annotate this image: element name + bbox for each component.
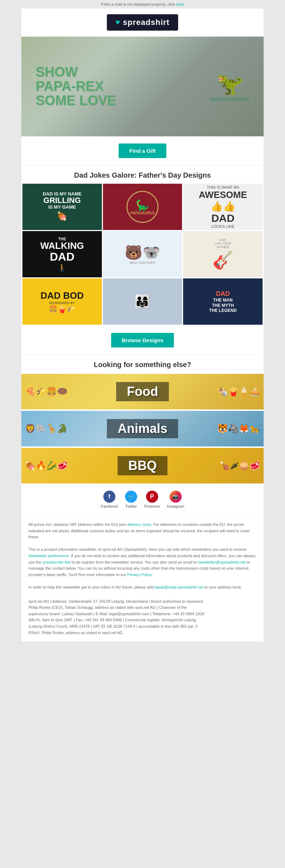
design-5-caption: BEST DAD EVER [130,261,155,265]
pinterest-label: Pinterest [144,504,160,508]
top-bar-text: If this e-mail is not displayed properly… [101,2,176,6]
dino-emoji: 🦖 [211,71,249,96]
design-2-label: PAPASAURUS [130,211,155,215]
header: ♥ spreadshirt [21,9,264,37]
design-1-text2: GRILLING [43,197,81,204]
walking-figure-icon: 🚶 [58,263,67,272]
looking-title: Looking for something else? [28,361,256,369]
design-1-text3: IS MY GAME [48,204,76,210]
designs-section-title: Dad Jokes Galore: Father's Day Designs [21,166,264,184]
design-cell-7[interactable]: DAD BOD SPONSORED BY: 🍔🍟🌮 [22,278,102,325]
thumbs-icon: 👍👍 [211,200,235,212]
top-bar-link[interactable]: here [176,2,184,6]
browse-designs-button[interactable]: Browse Designs [111,333,174,347]
delivery-costs-link[interactable]: delivery costs [128,522,151,527]
logo-text: spreadshirt [123,18,170,27]
instagram-icon-symbol: 📷 [172,494,178,500]
instagram-icon: 📷 [170,491,182,503]
design-7-sponsored: SPONSORED BY: [49,301,75,305]
email-body: ♥ spreadshirt Show Papa-Rex Some Love 🦖 … [21,9,264,642]
design-9-dad: DAD [216,290,230,298]
address-text: sprd.net AG | Address: Gießerstraße 27, … [28,598,256,636]
guitar-icon: 🎸 [212,250,234,270]
bbq-label: BBQ [118,456,167,475]
design-cell-6[interactable]: UKE,I AM YOURFATHER 🎸 [183,231,263,277]
category-food-banner[interactable]: 🍕🌮🍔🍩 Food 🌯🍟🍦🥧 [21,374,264,409]
design-2-inner: 🦕 PAPASAURUS [126,191,159,223]
animals-label: Animals [107,419,178,438]
instagram-label: Instagram [167,504,184,508]
footer-address: sprd.net AG | Address: Gießerstraße 27, … [21,595,264,642]
design-4-dad: DAD [50,250,74,263]
hero-dino-area: 🦖 DADDYSAURUS [211,71,249,102]
design-3-looks: LOOKS LIKE [211,224,234,229]
unsubscribe-link[interactable]: unsubscribe link [42,560,71,564]
design-3-dad: DAD [211,212,234,224]
category-bbq-banner[interactable]: 🍖🔥🌽🥩 BBQ 🍗🌶🧅🥩 [21,448,264,483]
inbox-note-paragraph: In order to help the newsletter get to y… [28,584,256,591]
design-cell-9[interactable]: DAD THE MAN THE MYTH THE LEGEND [183,278,263,325]
inbox-email-link[interactable]: paula@reply.spreadshirt.net [155,585,203,589]
instagram-link[interactable]: 📷 Instagram [167,491,184,508]
logo-container: ♥ spreadshirt [107,14,178,31]
design-3-pre: THIS IS WHAT AN [207,185,239,189]
facebook-link[interactable]: f Facebook [101,491,118,508]
find-gift-button[interactable]: Find a Gift [119,143,166,158]
design-9-legend: THE LEGEND [209,308,237,313]
design-4-walking: WALKING [40,241,84,250]
twitter-icon: 🐦 [125,491,137,503]
hero-section: Show Papa-Rex Some Love 🦖 DADDYSAURUS [21,37,264,136]
design-cell-2[interactable]: 🦕 PAPASAURUS [103,184,182,230]
design-cell-3[interactable]: THIS IS WHAT AN AWESOME 👍👍 DAD LOOKS LIK… [183,184,263,230]
figures-icon: 👨‍👩‍👧 [134,294,150,309]
design-7-title: DAD BOD [41,290,84,301]
browse-section: Browse Designs [21,326,264,355]
design-cell-4[interactable]: THE WALKING DAD 🚶 [22,231,102,277]
email-wrapper: If this e-mail is not displayed properly… [0,0,285,642]
find-gift-section: Find a Gift [21,136,264,165]
animals-deco-left: 🦁🐘🦒🐊 [25,424,68,434]
facebook-icon-letter: f [108,493,110,500]
footer-text: All prices incl. statutory VAT (delivery… [21,517,264,595]
pinterest-icon: P [146,491,158,503]
social-section: f Facebook 🐦 Twitter P Pinterest [21,485,264,517]
twitter-icon-letter: 🐦 [128,494,134,500]
designs-grid: DAD IS MY NAME GRILLING IS MY GAME 🍖 🦕 P… [21,184,264,326]
newsletter-email-link[interactable]: newsletter@spreadshirt.net [198,560,246,564]
design-6-uke: UKE,I AM YOURFATHER [214,238,231,249]
twitter-link[interactable]: 🐦 Twitter [125,491,137,508]
food-icons: 🍔🍟🌮 [49,305,76,313]
logo-heart-icon: ♥ [115,18,120,27]
pinterest-icon-letter: P [150,493,154,500]
bears-icon: 🐻🐨 [125,244,160,261]
hero-title: Show Papa-Rex Some Love [36,65,116,108]
design-cell-5[interactable]: 🐻🐨 BEST DAD EVER [103,231,182,277]
privacy-policy-link[interactable]: Privacy Policy [127,572,151,577]
top-bar: If this e-mail is not displayed properly… [0,0,285,9]
food-deco-right: 🌯🍟🍦🥧 [217,387,260,397]
facebook-icon: f [103,491,115,503]
product-info-paragraph: This is a product information newsletter… [28,547,256,578]
category-animals-banner[interactable]: 🦁🐘🦒🐊 Animals 🐯🦓🦊🐆 [21,411,264,446]
social-icons-container: f Facebook 🐦 Twitter P Pinterest [28,491,256,508]
pinterest-link[interactable]: P Pinterest [144,491,160,508]
design-9-man: THE MAN [213,298,233,303]
bbq-deco-left: 🍖🔥🌽🥩 [25,461,68,471]
bbq-deco-right: 🍗🌶🧅🥩 [219,461,260,471]
food-label: Food [116,382,169,401]
newsletter-prefs-link[interactable]: Newsletter preferences [28,554,69,558]
daddysaurus-label: DADDYSAURUS [211,96,249,102]
looking-section: Looking for something else? [21,355,264,372]
price-note-paragraph: All prices incl. statutory VAT (delivery… [28,522,256,540]
design-3-awesome: AWESOME [199,189,247,200]
twitter-label: Twitter [125,504,137,508]
design-9-myth: THE MYTH [212,303,234,308]
facebook-label: Facebook [101,504,118,508]
design-cell-8[interactable]: 👨‍👩‍👧 [103,278,182,325]
design-cell-1[interactable]: DAD IS MY NAME GRILLING IS MY GAME 🍖 [22,184,102,230]
food-deco-left: 🍕🌮🍔🍩 [25,387,68,397]
grill-icon: 🍖 [57,211,67,221]
dino-icon: 🦕 [136,199,149,211]
animals-deco-right: 🐯🦓🦊🐆 [217,424,260,434]
